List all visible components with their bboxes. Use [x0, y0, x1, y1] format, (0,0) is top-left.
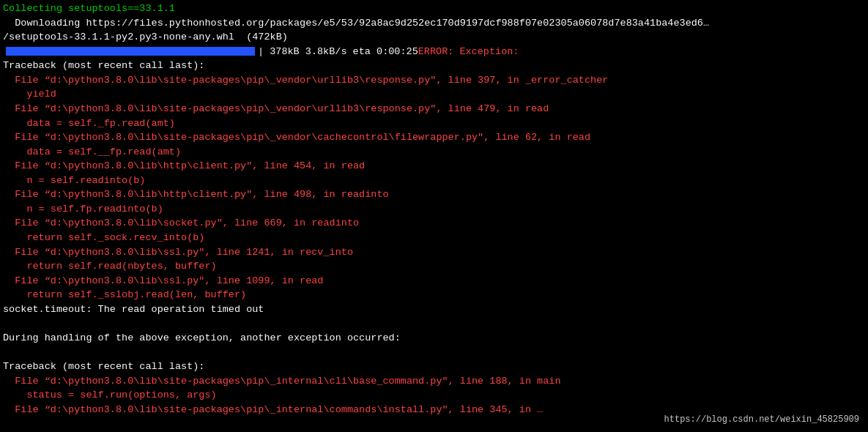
- output-line-27: File “d:\python3.8.0\lib\site-packages\p…: [0, 374, 868, 389]
- output-line-24: During handling of the above exception, …: [0, 331, 868, 346]
- output-line-19: return self.read(nbytes, buffer): [0, 259, 868, 274]
- output-line-13: n = self.readinto(b): [0, 174, 868, 188]
- output-line-16: File “d:\python3.8.0\lib\socket.py", lin…: [0, 216, 868, 231]
- output-line-12: File “d:\python3.8.0\lib\http\client.py"…: [0, 159, 868, 174]
- error-label: ERROR: Exception:: [418, 45, 519, 59]
- output-line-15: n = self.fp.readinto(b): [0, 202, 868, 217]
- output-line-23: [0, 316, 868, 331]
- output-line-22: socket.timeout: The read operation timed…: [0, 302, 868, 317]
- output-line-6: File “d:\python3.8.0\lib\site-packages\p…: [0, 73, 868, 88]
- progress-line: | 378kB 3.8kB/s eta 0:00:25 ERROR: Excep…: [0, 45, 868, 59]
- output-line-9: data = self._fp.read(amt): [0, 116, 868, 131]
- output-line-11: data = self.__fp.read(amt): [0, 145, 868, 160]
- watermark: https://blog.csdn.net/weixin_45825909: [661, 413, 862, 426]
- output-line-3: /setuptools-33.1.1-py2.py3-none-any.whl …: [0, 30, 868, 45]
- output-line-10: File “d:\python3.8.0\lib\site-packages\p…: [0, 130, 868, 145]
- output-line-20: File “d:\python3.8.0\lib\ssl.py", line 1…: [0, 274, 868, 288]
- output-line-2: Downloading https://files.pythonhosted.o…: [0, 16, 868, 31]
- progress-bar: [6, 47, 255, 56]
- output-line-5: Traceback (most recent call last):: [0, 59, 868, 73]
- output-line-21: return self._sslobj.read(len, buffer): [0, 288, 868, 302]
- output-line-14: File “d:\python3.8.0\lib\http\client.py"…: [0, 187, 868, 202]
- output-line-28: status = self.run(options, args): [0, 388, 868, 403]
- output-line-8: File “d:\python3.8.0\lib\site-packages\p…: [0, 102, 868, 116]
- output-line-25: [0, 346, 868, 360]
- output-line-1: Collecting setuptools==33.1.1: [0, 1, 868, 16]
- output-line-18: File “d:\python3.8.0\lib\ssl.py", line 1…: [0, 245, 868, 260]
- output-line-17: return self._sock.recv_into(b): [0, 231, 868, 245]
- progress-text: | 378kB 3.8kB/s eta 0:00:25: [258, 45, 418, 59]
- terminal: Collecting setuptools==33.1.1 Downloadin…: [0, 0, 868, 432]
- output-line-26: Traceback (most recent call last):: [0, 360, 868, 374]
- output-line-7: yield: [0, 87, 868, 102]
